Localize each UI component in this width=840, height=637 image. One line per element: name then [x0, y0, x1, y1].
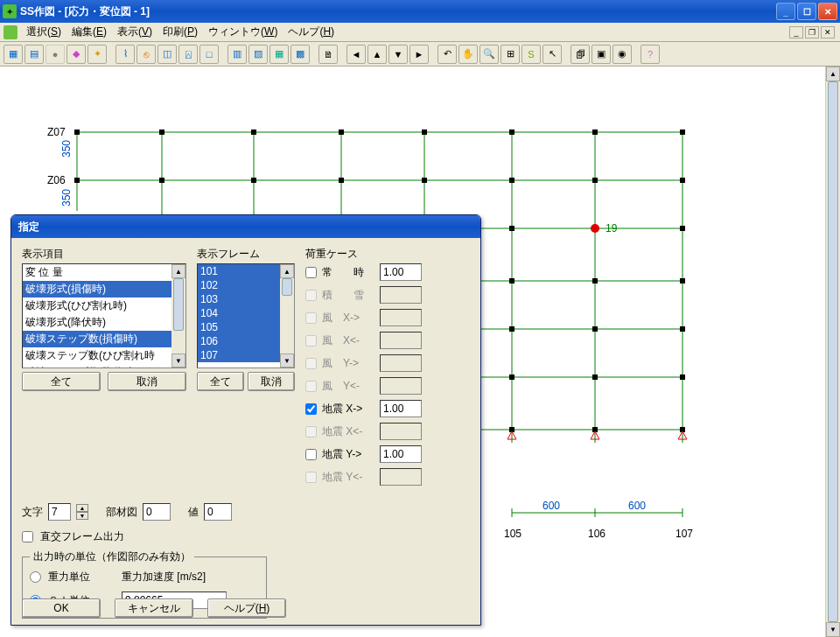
unit-gravity-label: 重力単位: [48, 570, 118, 584]
buzai-input[interactable]: [143, 503, 171, 521]
moji-input[interactable]: [48, 503, 71, 521]
tool-shape[interactable]: ◆: [66, 45, 86, 64]
case-checkbox[interactable]: [305, 267, 317, 278]
tool-left[interactable]: ◄: [346, 45, 366, 64]
case-checkbox[interactable]: [305, 403, 317, 415]
unit-gravity-radio[interactable]: [30, 571, 41, 583]
tool-grid1[interactable]: ▦: [4, 45, 23, 64]
tool-grid2[interactable]: ▤: [24, 45, 44, 64]
list-item[interactable]: 破壊ステップ数(降伏時): [23, 364, 186, 368]
case-value[interactable]: [380, 400, 422, 417]
scroll-up[interactable]: ▲: [826, 66, 840, 81]
items-cancel-button[interactable]: 取消: [108, 372, 186, 391]
items-listbox[interactable]: 変 位 量破壊形式(損傷時)破壊形式(ひび割れ時)破壊形式(降伏時)破壊ステップ…: [22, 263, 186, 368]
cancel-button[interactable]: キャンセル: [115, 598, 193, 618]
help-button[interactable]: ヘルプ(H): [207, 598, 286, 618]
tool-undo[interactable]: ↶: [438, 45, 457, 64]
ortho-checkbox[interactable]: [22, 531, 33, 542]
close-button[interactable]: ✕: [818, 3, 837, 20]
case-value[interactable]: [380, 263, 422, 281]
tool-hand[interactable]: ✋: [458, 45, 478, 64]
tool-win[interactable]: ⊞: [500, 45, 520, 64]
minimize-button[interactable]: _: [776, 3, 795, 20]
svg-rect-25: [251, 178, 256, 183]
list-item[interactable]: 変 位 量: [23, 264, 186, 281]
list-item[interactable]: 破壊ステップ数(ひび割れ時: [23, 347, 186, 364]
svg-rect-20: [509, 130, 514, 135]
svg-rect-29: [592, 178, 598, 183]
atai-label: 値: [188, 505, 199, 520]
node-label: 19: [606, 222, 618, 234]
vertical-scrollbar[interactable]: ▲ ▼: [825, 66, 840, 637]
tool-cam[interactable]: ◉: [612, 45, 632, 64]
mdi-close[interactable]: ✕: [821, 26, 835, 38]
frames-listbox[interactable]: 101102103104105106107 ▲▼: [197, 263, 295, 368]
scroll-down[interactable]: ▼: [826, 622, 840, 637]
dialog-title[interactable]: 指定: [11, 215, 480, 238]
case-label: 地震 X->: [322, 402, 380, 416]
case-checkbox: [305, 472, 317, 483]
ok-button[interactable]: OK: [22, 598, 101, 618]
case-value: [380, 377, 422, 395]
scroll-thumb[interactable]: [828, 81, 838, 622]
svg-rect-17: [251, 130, 256, 135]
grav-label: 重力加速度 [m/s2]: [122, 570, 206, 584]
menu-item[interactable]: ヘルプ(H): [283, 23, 340, 41]
moji-down[interactable]: ▼: [76, 512, 88, 520]
tool-f[interactable]: ▥: [228, 45, 247, 64]
titlebar: ✦ SS作図 - [応力・変位図 - 1] _ ☐ ✕: [0, 0, 840, 23]
tool-star[interactable]: ✦: [88, 45, 107, 64]
tool-doc[interactable]: 🗎: [318, 45, 338, 64]
case-label: 常 時: [322, 265, 380, 280]
tool-s[interactable]: S: [522, 45, 541, 64]
frames-all-button[interactable]: 全て: [197, 372, 244, 391]
mdi-minimize[interactable]: _: [789, 26, 803, 38]
list-item[interactable]: 破壊形式(損傷時): [23, 281, 186, 298]
tool-zoom[interactable]: 🔍: [480, 45, 499, 64]
menu-item[interactable]: 表示(V): [112, 23, 158, 41]
case-value[interactable]: [380, 445, 422, 463]
settings-dialog: 指定 表示項目 変 位 量破壊形式(損傷時)破壊形式(ひび割れ時)破壊形式(降伏…: [10, 214, 481, 626]
moji-up[interactable]: ▲: [76, 504, 88, 512]
list-item[interactable]: 破壊ステップ数(損傷時): [23, 331, 186, 347]
atai-input[interactable]: [204, 503, 232, 521]
frames-cancel-button[interactable]: 取消: [248, 372, 295, 391]
tool-h[interactable]: ▦: [270, 45, 289, 64]
tool-e[interactable]: □: [200, 45, 219, 64]
items-all-button[interactable]: 全て: [22, 372, 101, 391]
menu-item[interactable]: ウィントウ(W): [203, 23, 283, 41]
svg-rect-24: [159, 178, 164, 183]
svg-rect-37: [509, 326, 514, 332]
tool-g[interactable]: ▨: [248, 45, 268, 64]
tool-up[interactable]: ▲: [368, 45, 387, 64]
list-item[interactable]: 破壊形式(ひび割れ時): [23, 298, 186, 314]
buzai-label: 部材図: [106, 505, 137, 520]
case-checkbox[interactable]: [305, 449, 317, 460]
tool-help[interactable]: ?: [640, 45, 660, 64]
maximize-button[interactable]: ☐: [797, 3, 816, 20]
list-item[interactable]: 破壊形式(降伏時): [23, 314, 186, 331]
case-value: [380, 423, 422, 440]
menu-item[interactable]: 選択(S): [21, 23, 66, 41]
tool-c[interactable]: ◫: [158, 45, 177, 64]
tool-print[interactable]: 🗐: [570, 45, 590, 64]
svg-rect-23: [74, 178, 80, 183]
menu-item[interactable]: 印刷(P): [158, 23, 203, 41]
case-value: [380, 286, 422, 304]
tool-b[interactable]: ⎋: [136, 45, 156, 64]
tool-pointer[interactable]: ↖: [542, 45, 562, 64]
tool-a[interactable]: ⌇: [116, 45, 135, 64]
tool-img[interactable]: ▣: [592, 45, 611, 64]
svg-rect-35: [592, 278, 598, 284]
tool-d[interactable]: ⍓: [178, 45, 198, 64]
case-label: 風 Y<-: [322, 379, 380, 394]
tool-i[interactable]: ▩: [290, 45, 310, 64]
mdi-restore[interactable]: ❐: [805, 26, 819, 38]
tool-dot: ●: [46, 45, 65, 64]
toolbar: ▦ ▤ ● ◆ ✦ ⌇ ⎋ ◫ ⍓ □ ▥ ▨ ▦ ▩ 🗎 ◄ ▲ ▼ ► ↶ …: [0, 42, 840, 66]
menu-item[interactable]: 編集(E): [66, 23, 112, 41]
tool-right[interactable]: ►: [410, 45, 429, 64]
svg-rect-41: [592, 374, 598, 380]
tool-down[interactable]: ▼: [388, 45, 408, 64]
svg-text:350: 350: [60, 140, 73, 158]
